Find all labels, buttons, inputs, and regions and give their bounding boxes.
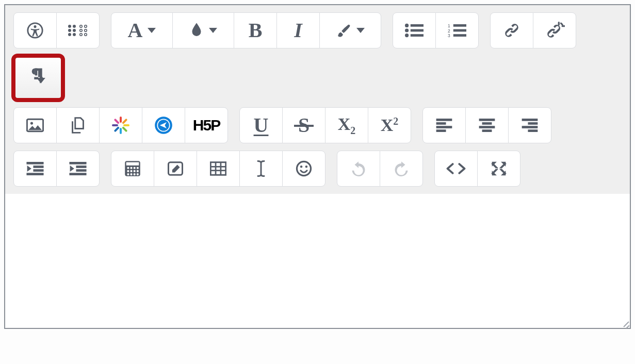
svg-point-62 [130, 170, 132, 172]
fullscreen-icon [491, 160, 507, 177]
unlink-button[interactable] [533, 12, 576, 48]
svg-text:2: 2 [448, 28, 450, 34]
svg-point-67 [134, 173, 136, 175]
outdent-button[interactable] [13, 151, 57, 187]
svg-point-31 [30, 122, 33, 124]
svg-point-12 [85, 29, 87, 32]
align-left-button[interactable] [422, 107, 466, 143]
group-format: A B I [111, 12, 381, 48]
fullscreen-button[interactable] [477, 151, 520, 187]
superscript-label: X2 [381, 116, 399, 134]
font-family-button[interactable]: A [111, 12, 173, 48]
svg-point-4 [73, 25, 76, 28]
edit-note-icon [167, 161, 184, 176]
link-button[interactable] [490, 12, 533, 48]
accessibility-button[interactable] [13, 12, 57, 48]
svg-text:1: 1 [448, 23, 450, 28]
svg-point-10 [85, 25, 87, 28]
svg-rect-52 [76, 166, 86, 168]
subscript-label: X2 [338, 115, 356, 136]
font-color-button[interactable] [172, 12, 234, 48]
svg-point-68 [137, 173, 139, 175]
italic-button[interactable]: I [276, 12, 320, 48]
telegram-icon [154, 116, 173, 135]
group-align [422, 107, 551, 143]
undo-icon [350, 161, 367, 176]
chevron-down-icon [148, 28, 156, 33]
unlink-icon [544, 21, 565, 40]
align-center-button[interactable] [465, 107, 509, 143]
font-family-label: A [128, 20, 143, 41]
underline-button[interactable]: U [239, 107, 283, 143]
edit-note-button[interactable] [154, 151, 197, 187]
superscript-button[interactable]: X2 [368, 107, 411, 143]
svg-rect-36 [436, 122, 446, 125]
brush-button[interactable] [319, 12, 381, 48]
align-left-icon [436, 119, 452, 132]
svg-rect-43 [522, 119, 538, 121]
screen-reader-button[interactable] [56, 12, 100, 48]
ordered-list-icon: 1 2 3 [448, 23, 466, 38]
svg-point-5 [68, 29, 71, 32]
svg-point-19 [405, 34, 409, 37]
svg-point-65 [127, 173, 129, 175]
strikethrough-button[interactable]: S [282, 107, 325, 143]
svg-rect-24 [453, 29, 466, 32]
text-cursor-button[interactable] [239, 151, 283, 187]
group-toggle [13, 56, 63, 100]
drop-icon [189, 22, 204, 39]
redo-button[interactable] [380, 151, 423, 187]
loading-button[interactable] [99, 107, 142, 143]
files-button[interactable] [56, 107, 100, 143]
accessibility-icon [26, 22, 44, 39]
resize-handle[interactable] [622, 320, 629, 327]
html-source-button[interactable] [434, 151, 478, 187]
undo-button[interactable] [337, 151, 380, 187]
svg-rect-26 [453, 34, 466, 37]
toolbar-row-4 [13, 151, 622, 187]
svg-point-11 [80, 29, 83, 32]
editor-content-area[interactable] [5, 194, 630, 328]
italic-label: I [294, 20, 302, 41]
toolbar-toggle-button[interactable] [13, 56, 63, 100]
grid-icon [124, 160, 141, 177]
strike-label: S [298, 115, 310, 136]
svg-rect-45 [522, 126, 538, 128]
equation-button[interactable] [111, 151, 154, 187]
svg-rect-54 [69, 173, 86, 175]
ordered-list-button[interactable]: 1 2 3 [435, 12, 479, 48]
bold-button[interactable]: B [234, 12, 277, 48]
smile-icon [296, 160, 312, 177]
loading-icon [112, 117, 129, 134]
table-icon [210, 161, 226, 176]
svg-point-6 [73, 29, 76, 32]
image-button[interactable] [13, 107, 57, 143]
chevron-down-icon [209, 28, 217, 33]
table-button[interactable] [197, 151, 240, 187]
record-button[interactable] [142, 107, 185, 143]
rich-text-editor: A B I [4, 4, 631, 329]
indent-button[interactable] [56, 151, 100, 187]
svg-point-7 [68, 33, 71, 36]
link-icon [502, 22, 521, 39]
toolbar: A B I [5, 5, 630, 194]
group-insert [111, 151, 325, 187]
emoji-button[interactable] [282, 151, 325, 187]
h5p-button[interactable]: H5P [185, 107, 228, 143]
svg-rect-41 [479, 126, 495, 128]
svg-rect-51 [69, 162, 86, 164]
align-right-button[interactable] [508, 107, 551, 143]
svg-rect-16 [411, 24, 424, 27]
svg-point-3 [68, 25, 71, 28]
svg-rect-39 [479, 119, 495, 121]
group-lists: 1 2 3 [393, 12, 479, 48]
unordered-list-button[interactable] [393, 12, 436, 48]
svg-point-8 [73, 33, 76, 36]
svg-rect-47 [26, 162, 43, 164]
chevron-down-icon [356, 28, 365, 33]
image-icon [26, 118, 44, 133]
toolbar-row-3: H5P U S X2 [13, 107, 622, 143]
subscript-button[interactable]: X2 [325, 107, 368, 143]
svg-point-77 [305, 166, 307, 168]
svg-point-9 [80, 25, 83, 28]
